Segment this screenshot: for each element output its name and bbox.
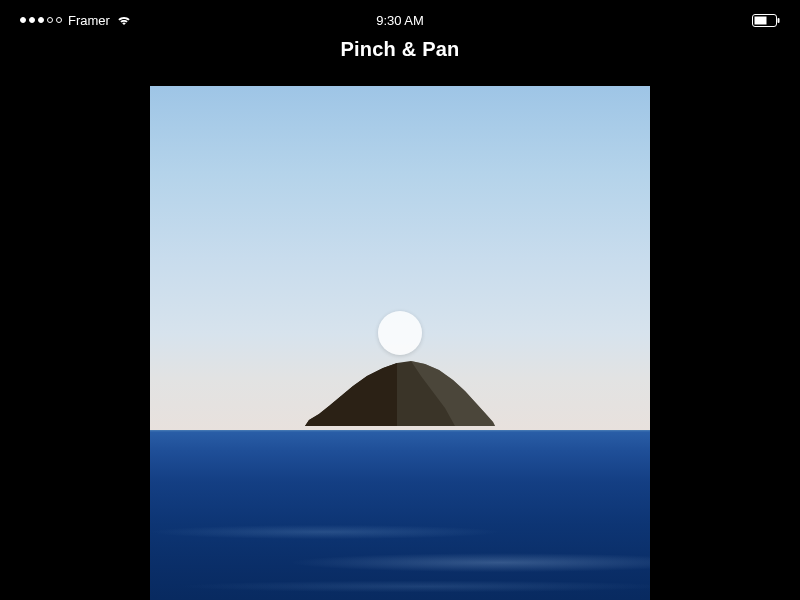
rock-island	[305, 358, 495, 430]
wifi-icon	[116, 14, 132, 26]
seascape-photo[interactable]	[150, 86, 650, 600]
nav-bar: Pinch & Pan	[0, 38, 800, 61]
battery-icon	[752, 14, 780, 27]
page-title: Pinch & Pan	[0, 38, 800, 61]
signal-strength-icon	[20, 17, 62, 23]
clock: 9:30 AM	[376, 13, 424, 28]
svg-rect-2	[778, 18, 780, 23]
svg-rect-1	[755, 16, 767, 24]
sea-region	[150, 430, 650, 600]
horizon-line	[150, 430, 650, 432]
status-left: Framer	[20, 13, 132, 28]
status-bar: Framer 9:30 AM	[0, 10, 800, 30]
carrier-label: Framer	[68, 13, 110, 28]
photo-viewport[interactable]	[150, 86, 650, 600]
status-right	[752, 14, 780, 27]
